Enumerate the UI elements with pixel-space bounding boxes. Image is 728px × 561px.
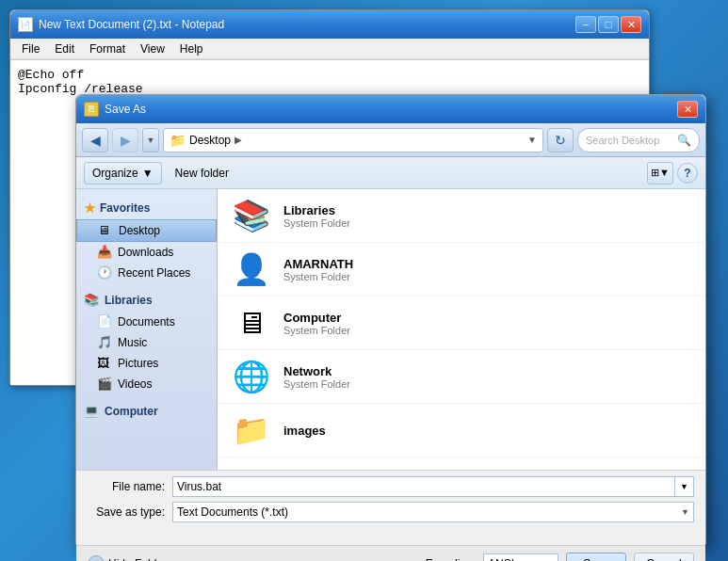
organize-arrow: ▼	[142, 167, 154, 180]
folder-computer[interactable]: 🖥 Computer System Folder	[218, 297, 705, 350]
folder-images[interactable]: 📁 images	[218, 404, 705, 457]
notepad-close-btn[interactable]: ✕	[621, 16, 641, 33]
notepad-maximize-btn[interactable]: □	[598, 16, 619, 33]
sidebar-item-videos[interactable]: 🎬 Videos	[76, 374, 217, 394]
pictures-icon: 🖼	[97, 356, 112, 371]
encoding-select[interactable]: ANSI ▼	[483, 553, 558, 562]
folder-network-icon: 🌐	[229, 358, 274, 395]
view-btn[interactable]: ⊞▼	[647, 162, 673, 184]
savetype-label: Save as type:	[88, 505, 172, 519]
saveas-close-btn[interactable]: ✕	[677, 101, 698, 118]
notepad-line1: @Echo off	[18, 68, 641, 82]
saveas-title: Save As	[105, 103, 677, 116]
right-panel: 📚 Libraries System Folder 👤 AMARNATH Sys…	[218, 189, 705, 470]
folder-amarnath-name: AMARNATH	[283, 257, 353, 271]
folder-amarnath-info: AMARNATH System Folder	[283, 257, 353, 282]
sidebar-documents-label: Documents	[118, 315, 175, 329]
folder-amarnath-icon: 👤	[229, 250, 274, 288]
address-location: Desktop	[189, 134, 231, 147]
organize-btn[interactable]: Organize ▼	[84, 162, 162, 184]
sidebar-recent-label: Recent Places	[118, 266, 190, 280]
favorites-star-icon: ★	[84, 200, 96, 216]
documents-icon: 📄	[97, 314, 112, 329]
folder-images-name: images	[283, 424, 326, 438]
sidebar-item-downloads[interactable]: 📥 Downloads	[76, 242, 217, 263]
favorites-header: ★ Favorites	[76, 197, 217, 219]
new-folder-label: New folder	[175, 167, 229, 180]
libraries-label: Libraries	[105, 294, 153, 307]
filename-dropdown-arrow[interactable]: ▼	[675, 476, 694, 497]
save-button[interactable]: Save	[566, 553, 626, 562]
folder-network-name: Network	[283, 364, 350, 378]
sidebar-item-music[interactable]: 🎵 Music	[76, 332, 217, 353]
notepad-minimize-btn[interactable]: −	[575, 16, 596, 33]
folder-amarnath[interactable]: 👤 AMARNATH System Folder	[218, 243, 705, 297]
savetype-dropdown-arrow: ▼	[681, 507, 689, 517]
folder-computer-info: Computer System Folder	[283, 311, 350, 336]
filename-label: File name:	[88, 480, 172, 493]
saveas-address-toolbar: ◀ ▶ ▼ 📁 Desktop ▶ ▼ ↻ Search Desktop 🔍	[76, 123, 705, 157]
saveas-titlebar: 🖹 Save As ✕	[76, 95, 705, 123]
sidebar-downloads-label: Downloads	[118, 246, 173, 259]
search-icon[interactable]: 🔍	[677, 134, 691, 147]
folder-libraries[interactable]: 📚 Libraries System Folder	[218, 189, 705, 243]
sidebar-item-desktop[interactable]: 🖥 Desktop	[76, 219, 217, 242]
saveas-window-controls: ✕	[677, 101, 698, 118]
computer-header: 💻 Computer	[76, 400, 217, 423]
toolbar2-right: ⊞▼ ?	[647, 162, 698, 184]
nav-dropdown[interactable]: ▼	[142, 128, 159, 152]
cancel-button[interactable]: Cancel	[634, 553, 694, 562]
hide-folders-arrow-icon: ▲	[88, 555, 105, 562]
saveas-bottom-form: File name: ▼ Save as type: Text Document…	[76, 470, 705, 545]
save-button-label: Save	[583, 557, 608, 562]
menu-edit[interactable]: Edit	[47, 40, 82, 57]
saveas-toolbar2: Organize ▼ New folder ⊞▼ ?	[76, 157, 705, 189]
address-arrow: ▶	[235, 135, 242, 145]
notepad-menubar: File Edit Format View Help	[10, 39, 649, 59]
sidebar-item-recent-places[interactable]: 🕐 Recent Places	[76, 263, 217, 283]
address-folder-icon: 📁	[170, 133, 186, 148]
folder-computer-name: Computer	[283, 311, 350, 325]
sidebar-item-pictures[interactable]: 🖼 Pictures	[76, 353, 217, 374]
favorites-label: Favorites	[100, 201, 150, 215]
recent-places-icon: 🕐	[97, 265, 112, 280]
sidebar-desktop-label: Desktop	[119, 224, 160, 237]
sidebar-item-documents[interactable]: 📄 Documents	[76, 312, 217, 332]
menu-view[interactable]: View	[133, 40, 172, 57]
left-panel: ★ Favorites 🖥 Desktop 📥 Downloads 🕐 Rece…	[76, 189, 218, 470]
filename-row: File name: ▼	[88, 476, 694, 497]
folder-libraries-icon: 📚	[229, 197, 274, 234]
videos-icon: 🎬	[97, 377, 112, 392]
back-btn[interactable]: ◀	[82, 128, 108, 152]
notepad-icon: 📄	[18, 17, 33, 32]
address-expand-arrow[interactable]: ▼	[527, 135, 537, 145]
filename-input[interactable]	[172, 476, 675, 497]
libraries-header: 📚 Libraries	[76, 289, 217, 312]
menu-help[interactable]: Help	[172, 40, 211, 57]
music-icon: 🎵	[97, 335, 112, 350]
search-box[interactable]: Search Desktop 🔍	[577, 128, 700, 152]
menu-file[interactable]: File	[14, 40, 47, 57]
hide-folders-btn[interactable]: ▲ Hide Folders	[88, 555, 172, 562]
downloads-icon: 📥	[97, 245, 112, 260]
encoding-value: ANSI	[488, 557, 514, 562]
computer-label: Computer	[105, 405, 158, 418]
help-btn[interactable]: ?	[677, 163, 698, 184]
new-folder-btn[interactable]: New folder	[170, 162, 235, 184]
encoding-dropdown-arrow: ▼	[542, 557, 554, 562]
saveas-title-icon: 🖹	[84, 102, 99, 117]
forward-btn[interactable]: ▶	[112, 128, 138, 152]
menu-format[interactable]: Format	[82, 40, 133, 57]
notepad-title: New Text Document (2).txt - Notepad	[39, 18, 575, 31]
organize-label: Organize	[92, 167, 138, 180]
desktop-icon: 🖥	[98, 223, 113, 238]
address-bar[interactable]: 📁 Desktop ▶ ▼	[163, 128, 543, 152]
refresh-btn[interactable]: ↻	[547, 128, 574, 152]
folder-computer-icon: 🖥	[229, 304, 274, 342]
sidebar-music-label: Music	[118, 336, 147, 349]
libraries-header-icon: 📚	[84, 293, 99, 308]
saveas-dialog: 🖹 Save As ✕ ◀ ▶ ▼ 📁 Desktop ▶ ▼ ↻ Search…	[75, 94, 706, 546]
savetype-select[interactable]: Text Documents (*.txt) ▼	[172, 502, 694, 522]
savetype-row: Save as type: Text Documents (*.txt) ▼	[88, 502, 694, 522]
folder-network[interactable]: 🌐 Network System Folder	[218, 350, 705, 404]
